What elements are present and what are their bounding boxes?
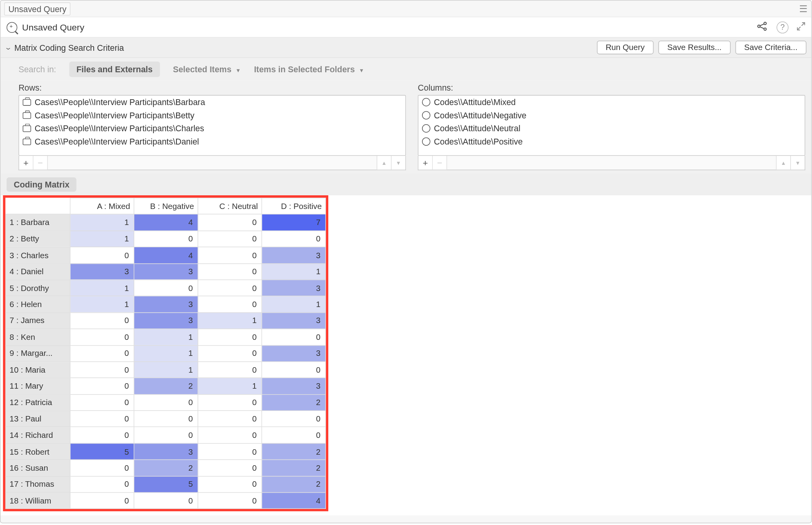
row-header[interactable]: 4 : Daniel: [6, 263, 70, 280]
matrix-cell[interactable]: 0: [134, 394, 198, 411]
list-item[interactable]: Cases\\People\\Interview Participants\Be…: [19, 109, 405, 122]
matrix-cell[interactable]: 0: [70, 247, 134, 264]
matrix-cell[interactable]: 3: [262, 247, 326, 264]
columns-listbox[interactable]: Codes\\Attitude\MixedCodes\\Attitude\Neg…: [418, 95, 805, 156]
matrix-cell[interactable]: 0: [198, 247, 262, 264]
column-header[interactable]: C : Neutral: [198, 198, 262, 214]
matrix-cell[interactable]: 3: [134, 296, 198, 312]
list-item[interactable]: Cases\\People\\Interview Participants\Ch…: [19, 122, 405, 135]
matrix-cell[interactable]: 1: [70, 280, 134, 296]
matrix-cell[interactable]: 0: [262, 231, 326, 247]
matrix-cell[interactable]: 3: [70, 263, 134, 280]
row-header[interactable]: 14 : Richard: [6, 427, 70, 443]
matrix-cell[interactable]: 1: [70, 231, 134, 247]
matrix-cell[interactable]: 1: [134, 362, 198, 378]
rows-down-button[interactable]: ▼: [391, 156, 405, 170]
matrix-cell[interactable]: 0: [198, 214, 262, 231]
matrix-cell[interactable]: 0: [262, 329, 326, 345]
matrix-cell[interactable]: 2: [262, 460, 326, 476]
matrix-cell[interactable]: 0: [70, 460, 134, 476]
list-item[interactable]: Cases\\People\\Interview Participants\Ba…: [19, 96, 405, 109]
matrix-cell[interactable]: 1: [70, 296, 134, 312]
matrix-cell[interactable]: 3: [134, 312, 198, 329]
menu-icon[interactable]: ☰: [799, 3, 807, 14]
rows-add-button[interactable]: +: [19, 156, 34, 170]
matrix-cell[interactable]: 1: [134, 345, 198, 362]
matrix-cell[interactable]: 4: [134, 214, 198, 231]
matrix-cell[interactable]: 3: [262, 280, 326, 296]
row-header[interactable]: 10 : Maria: [6, 362, 70, 378]
column-header[interactable]: B : Negative: [134, 198, 198, 214]
matrix-cell[interactable]: 2: [262, 394, 326, 411]
matrix-cell[interactable]: 0: [198, 345, 262, 362]
filter-items-in-folders[interactable]: Items in Selected Folders ▼: [254, 64, 364, 74]
matrix-cell[interactable]: 2: [134, 460, 198, 476]
row-header[interactable]: 12 : Patricia: [6, 394, 70, 411]
matrix-cell[interactable]: 1: [198, 312, 262, 329]
matrix-cell[interactable]: 0: [70, 411, 134, 427]
matrix-cell[interactable]: 3: [134, 443, 198, 460]
matrix-cell[interactable]: 0: [134, 280, 198, 296]
matrix-cell[interactable]: 3: [262, 345, 326, 362]
row-header[interactable]: 13 : Paul: [6, 411, 70, 427]
matrix-cell[interactable]: 0: [198, 263, 262, 280]
matrix-cell[interactable]: 0: [134, 411, 198, 427]
row-header[interactable]: 1 : Barbara: [6, 214, 70, 231]
matrix-cell[interactable]: 0: [198, 329, 262, 345]
row-header[interactable]: 8 : Ken: [6, 329, 70, 345]
list-item[interactable]: Codes\\Attitude\Mixed: [418, 96, 805, 109]
list-item[interactable]: Codes\\Attitude\Neutral: [418, 122, 805, 135]
matrix-cell[interactable]: 0: [70, 394, 134, 411]
matrix-cell[interactable]: 0: [70, 362, 134, 378]
matrix-cell[interactable]: 0: [262, 427, 326, 443]
row-header[interactable]: 3 : Charles: [6, 247, 70, 264]
matrix-cell[interactable]: 0: [198, 443, 262, 460]
matrix-cell[interactable]: 3: [262, 378, 326, 395]
matrix-cell[interactable]: 1: [70, 214, 134, 231]
cols-down-button[interactable]: ▼: [790, 156, 805, 170]
matrix-cell[interactable]: 0: [70, 329, 134, 345]
matrix-cell[interactable]: 0: [70, 476, 134, 493]
matrix-cell[interactable]: 1: [198, 378, 262, 395]
column-header[interactable]: A : Mixed: [70, 198, 134, 214]
matrix-cell[interactable]: 7: [262, 214, 326, 231]
tab-coding-matrix[interactable]: Coding Matrix: [7, 177, 77, 192]
list-item[interactable]: Cases\\People\\Interview Participants\Da…: [19, 135, 405, 148]
matrix-cell[interactable]: 0: [134, 493, 198, 509]
matrix-cell[interactable]: 0: [262, 362, 326, 378]
matrix-cell[interactable]: 5: [134, 476, 198, 493]
matrix-cell[interactable]: 0: [198, 362, 262, 378]
row-header[interactable]: 16 : Susan: [6, 460, 70, 476]
row-header[interactable]: 6 : Helen: [6, 296, 70, 312]
list-item[interactable]: Codes\\Attitude\Negative: [418, 109, 805, 122]
matrix-cell[interactable]: 0: [198, 231, 262, 247]
cols-remove-button[interactable]: −: [433, 156, 447, 170]
row-header[interactable]: 11 : Mary: [6, 378, 70, 395]
matrix-cell[interactable]: 0: [70, 378, 134, 395]
cols-add-button[interactable]: +: [418, 156, 433, 170]
row-header[interactable]: 2 : Betty: [6, 231, 70, 247]
matrix-cell[interactable]: 0: [70, 493, 134, 509]
save-criteria-button[interactable]: Save Criteria...: [735, 41, 806, 54]
matrix-cell[interactable]: 0: [262, 411, 326, 427]
matrix-cell[interactable]: 0: [70, 427, 134, 443]
matrix-cell[interactable]: 5: [70, 443, 134, 460]
rows-up-button[interactable]: ▲: [377, 156, 391, 170]
matrix-cell[interactable]: 0: [198, 460, 262, 476]
help-icon[interactable]: ?: [776, 21, 789, 33]
matrix-cell[interactable]: 0: [70, 345, 134, 362]
matrix-cell[interactable]: 0: [198, 280, 262, 296]
matrix-cell[interactable]: 1: [262, 263, 326, 280]
row-header[interactable]: 9 : Margar...: [6, 345, 70, 362]
matrix-cell[interactable]: 0: [198, 493, 262, 509]
cols-up-button[interactable]: ▲: [776, 156, 791, 170]
row-header[interactable]: 18 : William: [6, 493, 70, 509]
run-query-button[interactable]: Run Query: [597, 41, 654, 54]
column-header[interactable]: D : Positive: [262, 198, 326, 214]
row-header[interactable]: 7 : James: [6, 312, 70, 329]
matrix-cell[interactable]: 0: [198, 427, 262, 443]
matrix-cell[interactable]: 3: [134, 263, 198, 280]
matrix-cell[interactable]: 2: [262, 476, 326, 493]
matrix-cell[interactable]: 0: [198, 411, 262, 427]
expand-icon[interactable]: [797, 22, 805, 32]
